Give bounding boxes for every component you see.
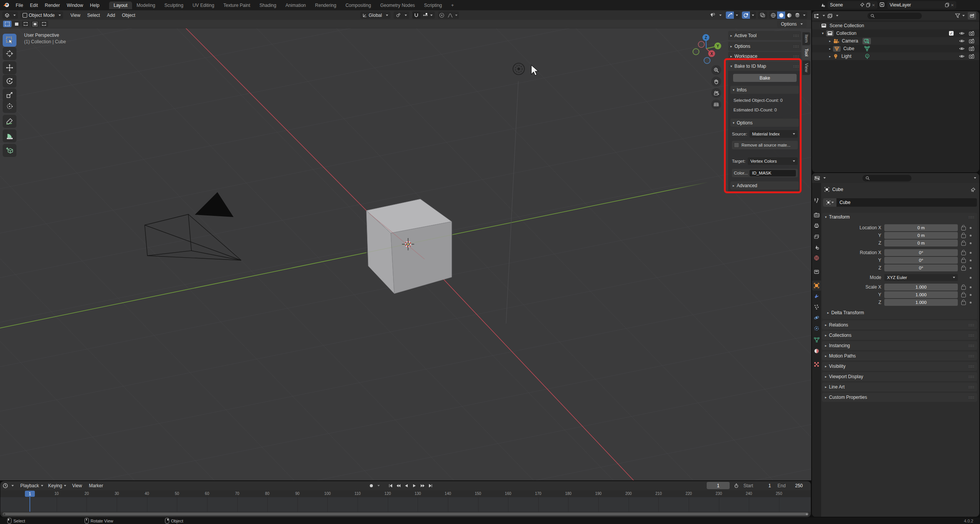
animate-dot[interactable] bbox=[970, 235, 972, 237]
play-reverse-button[interactable] bbox=[402, 482, 410, 489]
shading-solid-button[interactable] bbox=[777, 11, 785, 19]
panel-collections[interactable]: ▸Collections∷∷ bbox=[822, 331, 977, 340]
xray-toggle[interactable] bbox=[758, 11, 767, 19]
zoom-view-button[interactable] bbox=[711, 65, 721, 75]
menu-help[interactable]: Help bbox=[87, 3, 103, 8]
properties-search-input[interactable] bbox=[862, 175, 911, 181]
tool-rotate[interactable] bbox=[3, 75, 16, 88]
panel-custom-properties[interactable]: ▸Custom Properties∷∷ bbox=[822, 393, 977, 402]
transform-orientation-dropdown[interactable]: Global bbox=[360, 11, 390, 19]
auto-keying-toggle[interactable] bbox=[367, 482, 375, 489]
panel-grip[interactable]: ∷∷ bbox=[969, 333, 974, 338]
tool-select-box[interactable] bbox=[3, 34, 16, 47]
sidebar-tab-tool[interactable]: Tool bbox=[802, 46, 810, 59]
tab-tool[interactable] bbox=[812, 196, 821, 206]
workspace-tab-sculpting[interactable]: Sculpting bbox=[160, 2, 188, 9]
proportional-toggle[interactable] bbox=[438, 11, 446, 19]
show-object-types-dropdown[interactable] bbox=[707, 11, 724, 19]
new-collection-button[interactable] bbox=[968, 12, 976, 20]
transform-panel-header[interactable]: ▾ Transform ∷∷ bbox=[825, 214, 974, 220]
panel-grip[interactable]: ∷∷ bbox=[969, 395, 974, 400]
gizmo-axis-z-neg[interactable] bbox=[704, 57, 710, 64]
tab-physics[interactable] bbox=[812, 313, 821, 323]
properties-options-dropdown[interactable] bbox=[974, 177, 976, 179]
hide-eye-icon[interactable] bbox=[959, 39, 965, 43]
mode-dropdown[interactable]: Object Mode bbox=[20, 11, 63, 19]
expand-icon[interactable]: ▾ bbox=[822, 31, 824, 35]
viewport-options-button[interactable]: Options bbox=[777, 20, 807, 28]
lock-icon[interactable] bbox=[961, 301, 966, 305]
animate-dot[interactable] bbox=[970, 294, 972, 296]
select-mode-subtract-button[interactable] bbox=[21, 21, 30, 27]
delta-transform-header[interactable]: ▸ Delta Transform bbox=[827, 310, 864, 315]
select-mode-intersect-button[interactable] bbox=[40, 21, 48, 27]
viewport-menu-object[interactable]: Object bbox=[119, 13, 139, 18]
timeline-menu-playback[interactable]: Playback bbox=[17, 483, 42, 488]
panel-grip[interactable]: ∷∷ bbox=[793, 64, 799, 69]
menu-window[interactable]: Window bbox=[63, 3, 87, 8]
tab-render[interactable] bbox=[812, 210, 821, 220]
panel-grip[interactable]: ∷∷ bbox=[793, 44, 799, 49]
outliner-row-collection[interactable]: ▾ Collection ✓ bbox=[812, 29, 979, 37]
camera-data-icon-box[interactable] bbox=[862, 38, 871, 44]
tab-collection[interactable] bbox=[812, 267, 821, 277]
shading-wireframe-button[interactable] bbox=[769, 11, 777, 19]
view-layer-field[interactable]: ViewLayer ✕ bbox=[887, 1, 956, 9]
shading-dropdown[interactable] bbox=[801, 11, 807, 19]
panel-visibility[interactable]: ▸Visibility∷∷ bbox=[822, 362, 977, 371]
workspace-tab-rendering[interactable]: Rendering bbox=[310, 2, 341, 9]
gizmo-axis-x-neg[interactable] bbox=[698, 41, 705, 48]
remove-source-materials-checkbox[interactable] bbox=[734, 142, 739, 148]
tab-object[interactable] bbox=[812, 281, 821, 291]
pin-icon[interactable] bbox=[860, 3, 864, 7]
outliner-row-camera[interactable]: ▸ Camera bbox=[812, 37, 979, 45]
gizmo-axis-x[interactable]: X bbox=[708, 50, 715, 57]
lock-icon[interactable] bbox=[961, 242, 966, 246]
menu-edit[interactable]: Edit bbox=[26, 3, 41, 8]
remove-view-layer-icon[interactable]: ✕ bbox=[951, 3, 954, 7]
navigation-gizmo[interactable]: Z Y X bbox=[689, 33, 724, 68]
panel-grip[interactable]: ∷∷ bbox=[969, 354, 974, 358]
outliner-row-cube[interactable]: ▸ Cube bbox=[812, 45, 979, 52]
timeline-editor-type-button[interactable] bbox=[3, 483, 14, 488]
timeline-menu-marker[interactable]: Marker bbox=[85, 483, 106, 488]
tab-output[interactable] bbox=[812, 220, 821, 230]
panel-grip[interactable]: ∷∷ bbox=[969, 364, 974, 369]
advanced-subpanel-header[interactable]: ▸ Advanced bbox=[730, 181, 799, 189]
panel-grip[interactable]: ∷∷ bbox=[969, 323, 974, 327]
lock-icon[interactable] bbox=[961, 234, 966, 238]
tool-measure[interactable] bbox=[3, 129, 16, 142]
menu-file[interactable]: File bbox=[12, 3, 26, 8]
lock-icon[interactable] bbox=[961, 251, 966, 255]
panel-grip[interactable]: ∷∷ bbox=[969, 344, 974, 348]
animate-dot[interactable] bbox=[970, 267, 972, 269]
use-preview-range-toggle[interactable] bbox=[732, 482, 740, 489]
tab-modifiers[interactable] bbox=[812, 291, 821, 301]
snap-toggle[interactable] bbox=[412, 11, 420, 19]
target-dropdown[interactable]: Vertex Colors bbox=[748, 157, 798, 165]
menu-render[interactable]: Render bbox=[41, 3, 63, 8]
viewport-menu-select[interactable]: Select bbox=[84, 13, 103, 18]
toggle-perspective-button[interactable] bbox=[711, 100, 721, 109]
workspace-tab-shading[interactable]: Shading bbox=[255, 2, 281, 9]
scale-z-field[interactable]: 1.000 bbox=[884, 299, 958, 306]
gizmos-dropdown[interactable] bbox=[734, 11, 740, 19]
viewport-canvas[interactable] bbox=[0, 10, 811, 480]
object-name-input[interactable]: Cube bbox=[836, 198, 977, 207]
timeline-menu-view[interactable]: View bbox=[69, 483, 85, 488]
lock-icon[interactable] bbox=[961, 286, 966, 290]
expand-icon[interactable]: ▸ bbox=[829, 47, 831, 51]
lock-icon[interactable] bbox=[961, 227, 966, 230]
workspace-tab-scripting[interactable]: Scripting bbox=[420, 2, 447, 9]
panel-grip[interactable]: ∷∷ bbox=[793, 54, 799, 59]
tool-cursor[interactable] bbox=[3, 47, 16, 60]
tab-texture[interactable] bbox=[812, 359, 821, 369]
next-keyframe-button[interactable] bbox=[418, 482, 426, 489]
tool-move[interactable] bbox=[3, 61, 16, 74]
jump-to-start-button[interactable] bbox=[386, 482, 394, 489]
lock-icon[interactable] bbox=[961, 267, 966, 271]
workspace-tab-uv-editing[interactable]: UV Editing bbox=[188, 2, 219, 9]
scale-x-field[interactable]: 1.000 bbox=[884, 284, 958, 291]
infos-subpanel-header[interactable]: ▾ Infos bbox=[730, 86, 799, 94]
shading-material-button[interactable] bbox=[785, 11, 793, 19]
